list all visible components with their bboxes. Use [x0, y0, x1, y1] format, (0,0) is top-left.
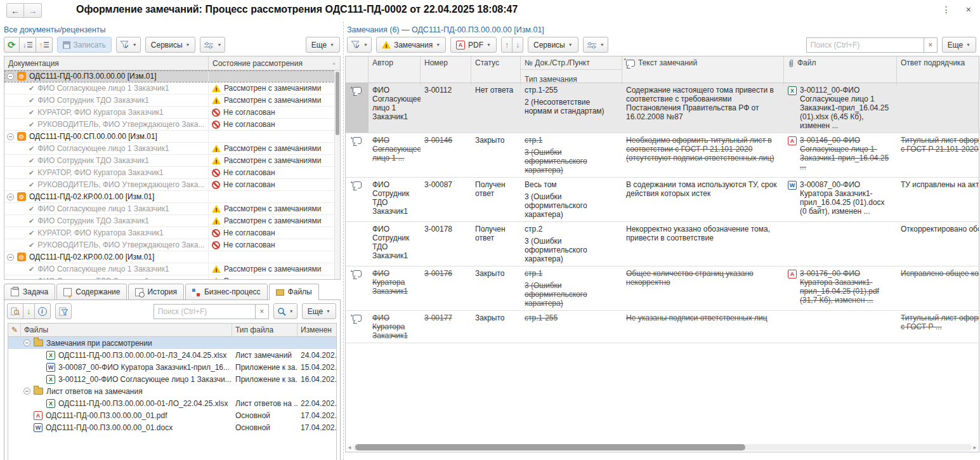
scroll-right-icon[interactable]: ►	[972, 445, 978, 450]
remark-row[interactable]: ФИО Согласующее лицо 1 Заказчик1 3-00112…	[346, 83, 979, 133]
refresh-button[interactable]: ⟳	[4, 37, 20, 53]
file-row[interactable]: X ОДС111-ПД-00.ПЗ.00.00.00-01-ЛЗ_24.04.2…	[8, 349, 336, 361]
column-header-documentation[interactable]: Документация	[4, 56, 209, 70]
reviewer-row[interactable]: ✔ФИО Согласующее лицо 1 Заказчик1 Рассмо…	[4, 82, 340, 95]
chevron-down-icon: ▼	[133, 43, 137, 47]
files-more-button[interactable]: Еще▼	[302, 303, 336, 319]
tab-0[interactable]: Задача	[4, 284, 55, 300]
file-folder-row[interactable]: Лист ответов на замечания	[8, 385, 336, 397]
files-search-clear-button[interactable]: ×	[255, 304, 269, 319]
collapse-icon[interactable]	[7, 254, 14, 261]
document-group-row[interactable]: ⚙ ОДС111-ПД-00.ПЗ.00.00.00 [Изм.01]	[4, 70, 340, 82]
reviewer-row[interactable]: ✔КУРАТОР, ФИО Куратора Заказчик1 Не согл…	[4, 227, 340, 239]
reviewer-row[interactable]: ✔ФИО Согласующее лицо 1 Заказчик1 Рассмо…	[4, 143, 340, 155]
reviewer-row[interactable]: ✔ФИО Сотрудник ТДО Заказчик1 Рассмотрен …	[4, 215, 340, 227]
column-header-files[interactable]: Файлы	[21, 324, 232, 336]
remark-row[interactable]: ФИО Согласующее лицо 1 ... 3-00146 Закры…	[346, 133, 979, 178]
scrollbar-thumb[interactable]	[355, 444, 745, 450]
collapse-icon[interactable]	[7, 133, 14, 140]
collapse-all-button[interactable]: ↑	[36, 37, 53, 53]
remarks-filter-button[interactable]: ▼	[347, 37, 372, 53]
collapse-icon[interactable]	[23, 388, 30, 395]
reviewer-row[interactable]: ✔ФИО Согласующее лицо 1 Заказчик1 Рассмо…	[4, 203, 340, 215]
scroll-left-icon[interactable]: ◄	[346, 445, 353, 450]
tab-3[interactable]: Бизнес-процесс	[185, 284, 268, 300]
more-button[interactable]: Еще▼	[306, 37, 340, 53]
reviewer-row[interactable]: ✔ФИО Сотрудник ТДО Заказчик1 Рассмотрен …	[4, 155, 340, 167]
check-icon: ✔	[29, 108, 34, 117]
tab-files[interactable]: Файлы	[269, 284, 319, 300]
remark-row[interactable]: ФИО Куратора Заказчик1 3-00176 Закрыто с…	[346, 266, 979, 311]
menu-icon[interactable]: ⋮	[942, 4, 951, 15]
tab-2[interactable]: История	[128, 284, 184, 300]
remarks-search-clear-button[interactable]: ×	[924, 37, 938, 53]
tab-1[interactable]: Содержание	[56, 284, 127, 300]
info-button[interactable]: i	[35, 303, 51, 319]
reviewer-row[interactable]: ✔КУРАТОР, ФИО Куратора Заказчик1 Не согл…	[4, 107, 340, 119]
save-button[interactable]: Записать	[57, 37, 112, 53]
file-folder-row[interactable]: Замечания при рассмотрении	[8, 337, 336, 349]
bottom-tabs: ЗадачаСодержаниеИсторияБизнес-процессФай…	[4, 284, 319, 300]
file-row[interactable]: A ОДС111-ПД-00.ПЗ.00.00.00_01.pdf Основн…	[8, 409, 336, 421]
chevron-down-icon: ▼	[966, 43, 970, 47]
files-search-input[interactable]	[154, 304, 255, 319]
move-down-button[interactable]: ↓	[513, 37, 523, 53]
column-header-number[interactable]: Номер	[421, 56, 471, 86]
reviewer-row[interactable]: ✔РУКОВОДИТЕЛЬ, ФИО Утверждающего Зака...…	[4, 179, 340, 191]
column-header-doc-type[interactable]: № Док./Стр./Пункт Тип замечания	[521, 56, 622, 86]
column-header-author[interactable]: Автор	[369, 56, 421, 86]
download-button[interactable]: ↓	[23, 303, 35, 319]
scrollbar-thumb[interactable]	[336, 72, 339, 135]
sliders-icon	[587, 41, 597, 49]
remarks-hscrollbar[interactable]: ◄ ►	[346, 444, 978, 451]
reviewer-row[interactable]: ✔ФИО Сотрудник ТДО Заказчик1 Рассмотрен …	[4, 275, 340, 280]
file-row[interactable]: W 3-00087_00-ФИО Куратора Заказчик1-прил…	[8, 361, 336, 373]
remarks-view-settings-button[interactable]: ▼	[583, 37, 608, 53]
forward-button[interactable]: →	[24, 3, 42, 18]
view-settings-button[interactable]: ▼	[200, 37, 225, 53]
files-search-options-button[interactable]: ▼	[273, 303, 297, 319]
reviewer-row[interactable]: ✔КУРАТОР, ФИО Куратора Заказчик1 Не согл…	[4, 167, 340, 179]
remark-bubble-icon	[353, 270, 362, 277]
pdf-button[interactable]: A PDF ▼	[450, 37, 497, 53]
column-header-review-state[interactable]: Состояние рассмотрения▲	[209, 56, 340, 70]
collapse-icon[interactable]	[7, 194, 14, 200]
document-group-row[interactable]: ⚙ ОДС111-ПД-02.КР.00.02.00 [Изм.01]	[4, 251, 340, 263]
remarks-more-button[interactable]: Еще▼	[942, 37, 976, 53]
back-button[interactable]: ←	[6, 3, 24, 18]
expand-all-button[interactable]: ↓	[20, 37, 36, 53]
remark-row[interactable]: ФИО Куратора Заказчик1 3-00177 Закрыто с…	[346, 311, 979, 343]
collapse-icon[interactable]	[23, 339, 30, 346]
remarks-services-button[interactable]: Сервисы▼	[528, 37, 578, 53]
remarks-table: Автор Номер Статус № Док./Стр./Пункт Тип…	[345, 56, 979, 452]
services-button[interactable]: Сервисы▼	[145, 37, 196, 53]
column-header-text[interactable]: Текст замечаний	[622, 56, 784, 86]
documents-tree-scrollbar[interactable]	[334, 70, 340, 280]
reviewer-row[interactable]: ✔ФИО Согласующее лицо 1 Заказчик1 Рассмо…	[4, 263, 340, 275]
remark-row[interactable]: ФИО Сотрудник ТДО Заказчик1 3-00087 Полу…	[346, 178, 979, 222]
document-group-row[interactable]: ⚙ ОДС111-ПД-02.КР.00.01.00 [Изм.01]	[4, 191, 340, 203]
filter-button[interactable]: ▼	[116, 37, 141, 53]
close-icon[interactable]: ×	[966, 4, 971, 15]
column-header-status[interactable]: Статус	[471, 56, 521, 86]
reviewer-row[interactable]: ✔РУКОВОДИТЕЛЬ, ФИО Утверждающего Зака...…	[4, 239, 340, 251]
tab-icon	[63, 288, 72, 296]
column-header-modified[interactable]: Изменен	[297, 324, 336, 336]
remarks-sheet-button[interactable]	[55, 303, 72, 319]
move-up-button[interactable]: ↑	[501, 37, 513, 53]
reviewer-row[interactable]: ✔ФИО Сотрудник ТДО Заказчик1 Рассмотрен …	[4, 95, 340, 107]
remarks-menu-button[interactable]: Замечания ▼	[376, 37, 446, 53]
column-header-response[interactable]: Ответ подрядчика	[897, 56, 979, 86]
file-row[interactable]: X 3-00112_00-ФИО Согласующее лицо 1 Зака…	[8, 373, 336, 385]
column-header-file[interactable]: Файл	[784, 56, 897, 86]
file-row[interactable]: X ОДС111-ПД-00.ПЗ.00.00.00-01-ЛО_22.04.2…	[8, 397, 336, 409]
collapse-icon[interactable]	[7, 73, 14, 80]
remark-row[interactable]: ФИО Сотрудник ТДО Заказчик1 3-00178 Полу…	[346, 222, 979, 266]
file-row[interactable]: W ОДС111-ПД-00.ПЗ.00.00.00_01.docx Основ…	[8, 421, 336, 433]
reviewer-row[interactable]: ✔РУКОВОДИТЕЛЬ, ФИО Утверждающего Зака...…	[4, 119, 340, 131]
column-header-filetype[interactable]: Тип файла	[232, 324, 297, 336]
warning-icon	[212, 157, 221, 164]
preview-button[interactable]	[7, 303, 23, 319]
document-group-row[interactable]: ⚙ ОДС111-ПД-00.СП.00.00.00 [Изм.01]	[4, 131, 340, 143]
remarks-search-input[interactable]	[806, 37, 924, 53]
